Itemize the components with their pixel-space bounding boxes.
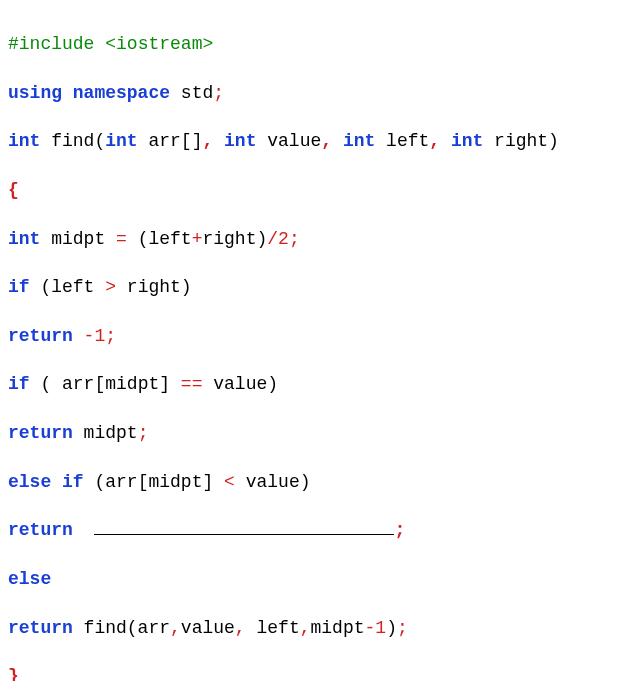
text: midpt xyxy=(40,229,116,249)
keyword: else if xyxy=(8,472,84,492)
brace: } xyxy=(8,666,19,681)
number: 1 xyxy=(375,618,386,638)
text: arr[] xyxy=(138,131,203,151)
code-line: else xyxy=(8,567,609,591)
code-line: return find(arr,value, left,midpt-1); xyxy=(8,616,609,640)
keyword: int xyxy=(451,131,483,151)
keyword: int xyxy=(224,131,256,151)
identifier: std xyxy=(170,83,213,103)
keyword: if xyxy=(8,277,30,297)
op: > xyxy=(105,277,116,297)
punct: ; xyxy=(394,520,405,540)
op: + xyxy=(192,229,203,249)
keyword: int xyxy=(8,229,40,249)
punct: ; xyxy=(289,229,300,249)
text: find(arr xyxy=(73,618,170,638)
punct: , xyxy=(235,618,246,638)
code-line: int midpt = (left+right)/2; xyxy=(8,227,609,251)
text: (left xyxy=(30,277,106,297)
punct: , xyxy=(170,618,181,638)
code-line: return ; xyxy=(8,518,609,542)
code-block: #include <iostream> using namespace std;… xyxy=(8,8,609,681)
preprocessor: #include xyxy=(8,34,94,54)
keyword: return xyxy=(8,618,73,638)
text: midpt xyxy=(311,618,365,638)
op: = xyxy=(116,229,127,249)
text: value) xyxy=(235,472,311,492)
keyword: int xyxy=(105,131,137,151)
text: right) xyxy=(202,229,267,249)
code-line: { xyxy=(8,178,609,202)
punct: ; xyxy=(138,423,149,443)
fill-in-blank[interactable] xyxy=(94,518,394,535)
punct: ; xyxy=(213,83,224,103)
keyword: int xyxy=(343,131,375,151)
keyword: if xyxy=(8,374,30,394)
punct: , xyxy=(300,618,311,638)
code-line: using namespace std; xyxy=(8,81,609,105)
text: -1; xyxy=(73,326,116,346)
op: - xyxy=(365,618,376,638)
punct: , xyxy=(429,131,451,151)
code-line: #include <iostream> xyxy=(8,32,609,56)
op: < xyxy=(224,472,235,492)
code-line: return midpt; xyxy=(8,421,609,445)
code-line: if ( arr[midpt] == value) xyxy=(8,372,609,396)
header-name: <iostream> xyxy=(94,34,213,54)
punct: ; xyxy=(397,618,408,638)
punct: , xyxy=(321,131,343,151)
spacer xyxy=(73,520,95,540)
brace: { xyxy=(8,180,19,200)
text: (arr[midpt] xyxy=(84,472,224,492)
text: value) xyxy=(202,374,278,394)
code-line: int find(int arr[], int value, int left,… xyxy=(8,129,609,153)
keyword: return xyxy=(8,326,73,346)
text: value xyxy=(256,131,321,151)
code-line: if (left > right) xyxy=(8,275,609,299)
text: (left xyxy=(127,229,192,249)
text: midpt xyxy=(73,423,138,443)
text: right) xyxy=(116,277,192,297)
op: == xyxy=(181,374,203,394)
keyword: return xyxy=(8,423,73,443)
text: ) xyxy=(386,618,397,638)
code-line: return -1; xyxy=(8,324,609,348)
text: left xyxy=(375,131,429,151)
text: value xyxy=(181,618,235,638)
op: / xyxy=(267,229,278,249)
text: left xyxy=(246,618,300,638)
keyword: return xyxy=(8,520,73,540)
text: right) xyxy=(483,131,559,151)
number: 2 xyxy=(278,229,289,249)
keyword: using namespace xyxy=(8,83,170,103)
text: find( xyxy=(40,131,105,151)
punct: , xyxy=(202,131,224,151)
keyword: int xyxy=(8,131,40,151)
text: ( arr[midpt] xyxy=(30,374,181,394)
keyword: else xyxy=(8,569,51,589)
code-line: else if (arr[midpt] < value) xyxy=(8,470,609,494)
code-line: } xyxy=(8,664,609,681)
